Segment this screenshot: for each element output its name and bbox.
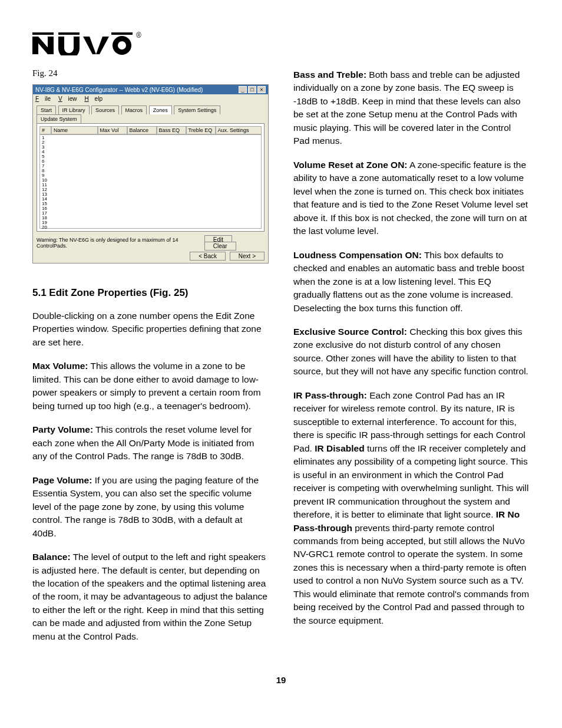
col-balance: Balance: [127, 126, 157, 134]
para-page-volume: Page Volume: If you are using the paging…: [32, 474, 269, 540]
lead-loudness: Loudness Compensation ON:: [293, 250, 422, 260]
col-maxvol: Max Vol: [98, 126, 127, 134]
window-title: NV-I8G & NV-E6G Configurator -- Webb v2 …: [35, 87, 203, 93]
maximize-button[interactable]: □: [248, 86, 256, 93]
row-num: 8: [40, 168, 52, 173]
close-button[interactable]: ×: [257, 86, 266, 93]
menu-bar: File View Help: [33, 94, 268, 103]
row-num: 6: [40, 159, 52, 163]
window-titlebar: NV-I8G & NV-E6G Configurator -- Webb v2 …: [33, 85, 268, 94]
svg-rect-3: [48, 37, 54, 54]
row-num: 7: [40, 163, 52, 168]
svg-text:®: ®: [136, 31, 141, 39]
para-ir-passthrough: IR Pass-through: Each zone Control Pad h…: [293, 389, 530, 627]
configurator-window: NV-I8G & NV-E6G Configurator -- Webb v2 …: [32, 84, 269, 263]
lead-max-volume: Max Volume:: [32, 361, 88, 371]
grid-header: # Name Max Vol Balance Bass EQ Treble EQ…: [39, 126, 262, 134]
brand-logo: ®: [32, 29, 530, 55]
figure-label: Fig. 24: [32, 68, 269, 78]
row-num: 2: [40, 140, 52, 144]
row-num: 9: [40, 173, 52, 177]
menu-view[interactable]: View: [58, 95, 77, 102]
menu-help[interactable]: Help: [84, 95, 103, 102]
para-volume-reset: Volume Reset at Zone ON: A zone-specific…: [293, 159, 530, 238]
para-balance: Balance: The level of output to the left…: [32, 551, 269, 643]
lead-party-volume: Party Volume:: [32, 424, 93, 434]
row-num: 19: [40, 220, 52, 225]
tab-bar: Start IR Library Sources Macros Zones Sy…: [33, 103, 268, 123]
left-column: Fig. 24 NV-I8G & NV-E6G Configurator -- …: [32, 68, 269, 654]
para-max-volume: Max Volume: This allows the volume in a …: [32, 360, 269, 413]
row-num: 17: [40, 210, 52, 215]
tab-sources[interactable]: Sources: [91, 106, 119, 114]
row-num: 14: [40, 196, 52, 201]
minimize-button[interactable]: _: [239, 86, 247, 93]
row-num: 18: [40, 215, 52, 220]
lead-balance: Balance:: [32, 552, 71, 562]
window-controls: _ □ ×: [239, 86, 266, 93]
warning-row: Warning: The NV-E6G is only designed for…: [37, 236, 265, 249]
body-volume-reset: A zone-specific feature is the ability t…: [293, 160, 528, 236]
page: ® Fig. 24 NV-I8G & NV-E6G Configurator -…: [0, 0, 562, 709]
row-num: 12: [40, 187, 52, 192]
col-name: Name: [51, 126, 98, 134]
col-aux: Aux. Settings: [216, 126, 262, 134]
content-columns: Fig. 24 NV-I8G & NV-E6G Configurator -- …: [32, 68, 530, 654]
para-loudness: Loudness Compensation ON: This box defau…: [293, 249, 530, 315]
intro-paragraph: Double-clicking on a zone number opens t…: [32, 309, 269, 349]
para-party-volume: Party Volume: This controls the reset vo…: [32, 423, 269, 463]
tab-system-settings[interactable]: System Settings: [174, 106, 220, 114]
lead-page-volume: Page Volume:: [32, 475, 92, 485]
lead-ir: IR Pass-through:: [293, 390, 367, 400]
col-trebleeq: Treble EQ: [186, 126, 216, 134]
zones-grid: # Name Max Vol Balance Bass EQ Treble EQ…: [39, 126, 262, 229]
body-ir-3: prevents third-party remote control comm…: [293, 523, 529, 625]
row-num: 3: [40, 144, 52, 149]
lead-volume-reset: Volume Reset at Zone ON:: [293, 160, 408, 170]
clear-button[interactable]: Clear: [204, 242, 236, 251]
row-num: 16: [40, 206, 52, 210]
row-num: 5: [40, 154, 52, 159]
tab-ir-library[interactable]: IR Library: [58, 106, 90, 114]
body-bass-treble: Both bass and treble can be adjusted ind…: [293, 70, 521, 146]
body-ir-2: turns off the IR receiver completely and…: [293, 443, 528, 519]
tab-start[interactable]: Start: [37, 106, 56, 114]
next-button[interactable]: Next >: [230, 252, 265, 261]
grid-body[interactable]: 1 2 3 4 5 6 7 8 9 10 11 12 13: [39, 134, 262, 229]
para-exclusive: Exclusive Source Control: Checking this …: [293, 325, 530, 378]
tab-body: # Name Max Vol Balance Bass EQ Treble EQ…: [37, 123, 265, 232]
row-num: 10: [40, 177, 52, 182]
tab-update-system[interactable]: Update System: [37, 114, 81, 123]
lead-bass-treble: Bass and Treble:: [293, 70, 366, 80]
row-num: 20: [40, 225, 52, 229]
right-column: Bass and Treble: Both bass and treble ca…: [293, 68, 530, 654]
para-bass-treble: Bass and Treble: Both bass and treble ca…: [293, 68, 530, 148]
col-number: #: [39, 126, 51, 134]
svg-rect-0: [32, 32, 54, 35]
nav-row: < Back Next >: [37, 253, 265, 259]
svg-rect-4: [58, 32, 80, 35]
body-balance: The level of output to the left and righ…: [32, 552, 267, 641]
row-num: 4: [40, 149, 52, 154]
row-num: 11: [40, 182, 52, 187]
lead-exclusive: Exclusive Source Control:: [293, 327, 407, 337]
col-basseq: Bass EQ: [157, 126, 186, 134]
tab-zones[interactable]: Zones: [149, 106, 172, 114]
page-number: 19: [32, 675, 530, 685]
row-num: 15: [40, 201, 52, 206]
menu-file[interactable]: File: [35, 95, 51, 102]
bold-ir-disabled: IR Disabled: [315, 443, 364, 453]
section-title: 5.1 Edit Zone Properties (Fig. 25): [32, 287, 269, 299]
svg-rect-6: [111, 32, 133, 35]
back-button[interactable]: < Back: [190, 252, 226, 261]
row-num: 13: [40, 192, 52, 196]
row-num: 1: [40, 135, 52, 140]
tab-macros[interactable]: Macros: [121, 106, 147, 114]
warning-text: Warning: The NV-E6G is only designed for…: [37, 237, 202, 249]
svg-marker-5: [83, 37, 109, 54]
svg-point-8: [118, 41, 126, 50]
